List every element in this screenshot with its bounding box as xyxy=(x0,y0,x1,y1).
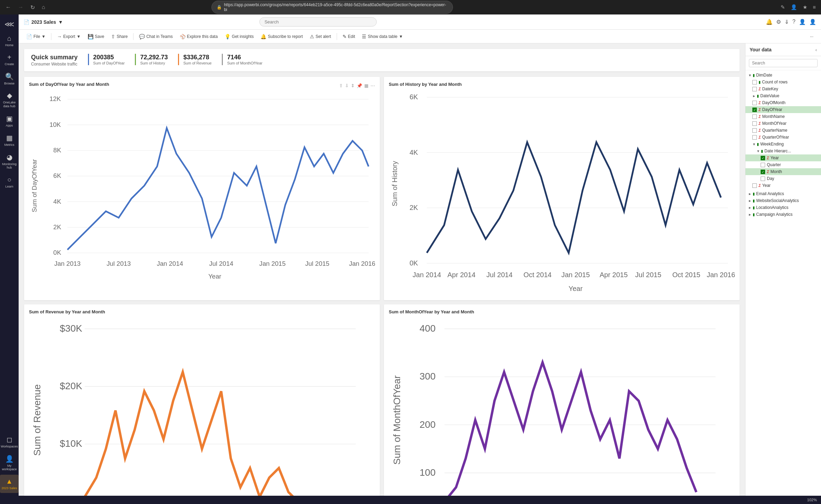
tree-location-analytics[interactable]: ► ▮ LocationAnalytics xyxy=(745,204,821,211)
collapse-panel-button[interactable]: ‹ xyxy=(815,47,817,52)
edit-button[interactable]: ✎ Edit xyxy=(340,32,358,41)
insights-button[interactable]: 💡 Get insights xyxy=(222,32,256,41)
chart1-pin[interactable]: 📌 xyxy=(357,83,362,88)
chart1-more[interactable]: ⋯ xyxy=(370,83,375,88)
settings-icon[interactable]: ⚙ xyxy=(776,19,781,25)
sidebar-item-waffle[interactable]: ⋘ xyxy=(0,17,19,31)
expand-datevalue: ► xyxy=(752,94,756,98)
tree-email-analytics[interactable]: ► ▮ Email Analytics xyxy=(745,190,821,197)
cb-monthname[interactable] xyxy=(752,114,757,119)
cb-dayofyear[interactable] xyxy=(752,108,757,112)
tree-monthname[interactable]: Σ MonthName xyxy=(745,113,821,120)
cb-monthofyear[interactable] xyxy=(752,121,757,126)
sidebar-item-workspaces[interactable]: ◻ Workspaces xyxy=(0,433,19,451)
search-input[interactable] xyxy=(259,17,377,27)
table-button[interactable]: ☰ Show data table ▼ xyxy=(359,32,406,41)
tree-datekey[interactable]: Σ DateKey xyxy=(745,85,821,92)
tree-quartername[interactable]: Σ QuarterName xyxy=(745,127,821,134)
help-icon[interactable]: ? xyxy=(792,19,795,25)
cb-count-rows[interactable] xyxy=(752,80,757,84)
apps-icon: ▣ xyxy=(6,114,13,123)
year-sigma: Σ xyxy=(767,156,769,160)
sidebar-item-my-workspace[interactable]: 👤 My workspace xyxy=(0,452,19,474)
cb-quarter[interactable] xyxy=(761,163,765,167)
location-table-icon: ▮ xyxy=(753,205,755,210)
tree-year-checked[interactable]: Σ Year xyxy=(745,154,821,161)
sidebar-item-create[interactable]: + Create xyxy=(0,51,19,69)
share-icon[interactable]: 👤 xyxy=(799,19,806,25)
file-button[interactable]: 📄 File ▼ xyxy=(23,32,48,41)
tree-website-social[interactable]: ► ▮ WebsiteSocialAnalytics xyxy=(745,197,821,204)
sidebar-item-metrics[interactable]: ▦ Metrics xyxy=(0,131,19,150)
chat-button[interactable]: 💬 Chat in Teams xyxy=(136,32,175,41)
avatar[interactable]: 👤 xyxy=(809,19,816,25)
svg-text:Year: Year xyxy=(568,285,583,292)
tree-dayofmonth[interactable]: Σ DayOfMonth xyxy=(745,99,821,106)
sidebar-item-home[interactable]: ⌂ Home xyxy=(0,32,19,50)
cb-year-plain[interactable] xyxy=(752,183,757,188)
chart-revenue: Sum of Revenue by Year and Month $30K $2… xyxy=(24,304,380,496)
download-icon[interactable]: ⇓ xyxy=(784,19,789,25)
sidebar-item-apps[interactable]: ▣ Apps xyxy=(0,112,19,130)
share-button[interactable]: ⇧ Share xyxy=(108,32,130,41)
sidebar-item-onelake[interactable]: ◆ OneLake data hub xyxy=(0,89,19,111)
cb-dayofmonth[interactable] xyxy=(752,101,757,105)
edit-label: Edit xyxy=(348,34,355,39)
sidebar-item-learn[interactable]: ○ Learn xyxy=(0,173,19,191)
tree-count-rows[interactable]: ▮ Count of rows xyxy=(745,79,821,85)
tree-campaign-analytics[interactable]: ► ▮ Campaign Analytics xyxy=(745,211,821,218)
filter-search-input[interactable] xyxy=(749,59,818,67)
home-button[interactable]: ⌂ xyxy=(40,3,47,11)
explore-button[interactable]: ⚾ Explore this data xyxy=(177,32,220,41)
cb-year[interactable] xyxy=(761,156,765,160)
cb-month[interactable] xyxy=(761,170,765,174)
stat-dayofyear-label: Sum of DayOfYear xyxy=(93,61,125,65)
tree-day[interactable]: Day xyxy=(745,175,821,182)
top-bar-icons: 🔔 ⚙ ⇓ ? 👤 👤 xyxy=(766,19,816,25)
svg-text:Jul 2014: Jul 2014 xyxy=(486,271,513,279)
tree-month-checked[interactable]: Σ Month xyxy=(745,168,821,175)
chart1-sort-desc[interactable]: ⇩ xyxy=(345,83,349,88)
tree-quarterofyear[interactable]: Σ QuarterOfYear xyxy=(745,134,821,141)
tree-weekending[interactable]: ▼ ▮ WeekEnding xyxy=(745,141,821,148)
extensions-icon[interactable]: ✎ xyxy=(779,3,787,11)
tree-quarter[interactable]: Quarter xyxy=(745,161,821,168)
cb-day[interactable] xyxy=(761,177,765,181)
reload-button[interactable]: ↻ xyxy=(28,3,37,11)
forward-button[interactable]: → xyxy=(16,3,26,11)
month-sigma: Σ xyxy=(767,170,769,174)
tree-monthofyear[interactable]: Σ MonthOfYear xyxy=(745,120,821,127)
sidebar-item-2023sales[interactable]: ▲ 2023 Sales xyxy=(0,475,19,493)
dropdown-arrow[interactable]: ▼ xyxy=(58,19,63,25)
sidebar-item-browse[interactable]: 🔍 Browse xyxy=(0,70,19,88)
cb-quartername[interactable] xyxy=(752,128,757,133)
tree-datevalue[interactable]: ► ▮ DateValue xyxy=(745,92,821,99)
bookmark-icon[interactable]: ★ xyxy=(801,3,809,11)
svg-text:6K: 6K xyxy=(409,93,418,101)
cb-datekey[interactable] xyxy=(752,87,757,91)
tree-year-plain[interactable]: Σ Year xyxy=(745,182,821,189)
expand-email: ► xyxy=(748,192,752,196)
settings-icon[interactable]: ≡ xyxy=(811,3,818,11)
address-bar[interactable]: 🔒 https://app.powerbi.com/groups/me/repo… xyxy=(211,1,453,14)
dayofmonth-label: DayOfMonth xyxy=(762,100,785,105)
save-label: Save xyxy=(95,34,104,39)
profile-icon[interactable]: 👤 xyxy=(789,3,799,11)
back-button[interactable]: ← xyxy=(3,3,13,11)
save-button[interactable]: 💾 Save xyxy=(85,32,107,41)
chart1-type[interactable]: ▦ xyxy=(364,83,368,88)
chart1-sort-col[interactable]: ⇕ xyxy=(351,83,355,88)
export-button[interactable]: → Export ▼ xyxy=(54,32,83,41)
alert-button[interactable]: ⚠ Set alert xyxy=(307,32,334,41)
tree-dimdate[interactable]: ▼ ▮ DimDate xyxy=(745,72,821,79)
chart1-sort-asc[interactable]: ⇧ xyxy=(339,83,343,88)
tree-date-hierarc[interactable]: ▼ ▮ Date Hierarc... xyxy=(745,148,821,154)
svg-text:Jul 2015: Jul 2015 xyxy=(305,260,329,267)
cb-quarterofyear[interactable] xyxy=(752,135,757,140)
more-button[interactable]: ··· xyxy=(807,33,816,40)
svg-text:$20K: $20K xyxy=(60,381,82,391)
notification-icon[interactable]: 🔔 xyxy=(766,19,773,25)
tree-dayofyear[interactable]: Σ DayOfYear xyxy=(745,106,821,113)
sidebar-item-monitoring[interactable]: ◕ Monitoring hub xyxy=(0,150,19,173)
subscribe-button[interactable]: 🔔 Subscribe to report xyxy=(258,32,305,41)
